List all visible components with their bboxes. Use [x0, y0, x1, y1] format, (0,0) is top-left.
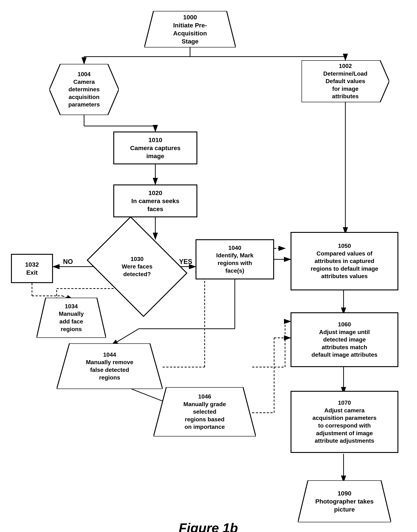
shape-1000: 1000 Initiate Pre- Acquisition Stage: [144, 11, 236, 48]
svg-line-32: [112, 329, 139, 345]
figure-label: Figure 1b: [128, 521, 289, 532]
shape-1044: 1044Manually removefalse detectedregions: [57, 343, 163, 389]
shape-1090: 1090Photographer takespicture: [298, 480, 391, 522]
shape-1020: 1020In camera seeksfaces: [113, 184, 197, 217]
label-1040: 1040Identify, Markregions withface(s): [216, 244, 253, 275]
label-1010: 1010Camera capturesimage: [130, 136, 180, 160]
label-1004: 1004Cameradeterminesacquisitionparameter…: [68, 71, 100, 109]
shape-1040: 1040Identify, Markregions withface(s): [196, 239, 274, 279]
shape-1050: 1050Compared values ofattributes in capt…: [291, 232, 398, 290]
label-1030: 1030Were facesdetected?: [122, 255, 152, 278]
label-1032: 1032Exit: [25, 260, 39, 276]
shape-1034: 1034Manuallyadd faceregions: [37, 298, 106, 338]
shape-1010: 1010Camera capturesimage: [113, 132, 197, 164]
shape-1004: 1004Cameradeterminesacquisitionparameter…: [49, 64, 119, 115]
label-1060: 1060Adjust image untildetected imageattr…: [312, 321, 377, 359]
shape-1002: 1002Determine/LoadDefault valuesfor imag…: [302, 60, 389, 102]
shape-1030: 1030Were facesdetected?: [97, 235, 177, 298]
label-1050: 1050Compared values ofattributes in capt…: [311, 242, 378, 280]
label-1044: 1044Manually removefalse detectedregions: [86, 351, 133, 381]
diagram-container: NO YES: [0, 0, 417, 532]
shape-1070: 1070Adjust cameraacquisition parameterst…: [291, 391, 398, 453]
shape-1046: 1046Manually gradeselectedregions basedo…: [154, 387, 256, 437]
label-1046: 1046Manually gradeselectedregions basedo…: [183, 393, 226, 431]
label-1090: 1090Photographer takespicture: [315, 489, 374, 513]
shape-1032: 1032Exit: [11, 254, 53, 283]
svg-text:NO: NO: [63, 258, 73, 265]
label-1002: 1002Determine/LoadDefault valuesfor imag…: [323, 62, 367, 100]
shape-1060: 1060Adjust image untildetected imageattr…: [291, 312, 398, 367]
svg-text:YES: YES: [179, 258, 192, 265]
label-1034: 1034Manuallyadd faceregions: [59, 303, 84, 333]
label-1020: 1020In camera seeksfaces: [131, 189, 179, 213]
label-1000: 1000 Initiate Pre- Acquisition Stage: [173, 13, 207, 45]
label-1070: 1070Adjust cameraacquisition parameterst…: [313, 399, 376, 445]
